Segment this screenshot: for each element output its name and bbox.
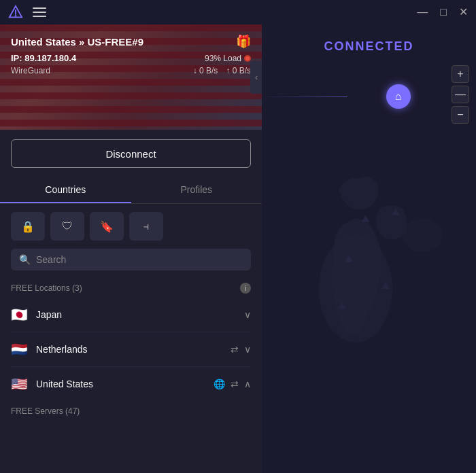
- disconnect-area: Disconnect: [0, 130, 262, 177]
- close-button[interactable]: ✕: [459, 7, 468, 18]
- svg-marker-6: [362, 215, 370, 222]
- us-actions: 🌐 ⇄ ∧: [214, 379, 251, 389]
- country-row-netherlands[interactable]: 🇳🇱 Netherlands ⇄ ∨: [11, 332, 251, 367]
- country-row-japan[interactable]: 🇯🇵 Japan ∨: [11, 298, 251, 332]
- title-bar-right: — □ ✕: [417, 7, 468, 18]
- title-bar-left: [8, 5, 46, 20]
- netherlands-flag-icon: 🇳🇱: [11, 341, 28, 357]
- upload-speed: ↑ 0 B/s: [226, 66, 251, 75]
- skip-icon: ⊣: [143, 222, 149, 232]
- netherlands-chevron-icon[interactable]: ∨: [244, 344, 251, 355]
- us-flag-icon: 🇺🇸: [11, 376, 28, 392]
- server-name-row: United States » US-FREE#9 🎁: [11, 34, 251, 49]
- zoom-in-button[interactable]: +: [452, 65, 469, 83]
- search-icon: 🔍: [19, 254, 31, 265]
- free-locations-header: FREE Locations (3) i: [11, 277, 251, 298]
- free-servers-footer: FREE Servers (47): [11, 401, 251, 420]
- load-indicator: [244, 55, 251, 62]
- zoom-out-minus-button[interactable]: —: [452, 86, 469, 103]
- filter-bookmark-button[interactable]: 🔖: [90, 212, 124, 241]
- protocol-label: WireGuard: [11, 66, 50, 75]
- disconnect-button[interactable]: Disconnect: [11, 139, 251, 168]
- us-globe-icon[interactable]: 🌐: [214, 379, 225, 389]
- tab-profiles[interactable]: Profiles: [131, 177, 262, 203]
- us-chevron-icon[interactable]: ∧: [244, 379, 251, 389]
- flag-header: United States » US-FREE#9 🎁 IP: 89.187.1…: [0, 24, 262, 130]
- download-speed-value: ↓ 0 B/s: [193, 66, 218, 75]
- free-servers-label: FREE Servers (47): [11, 406, 80, 416]
- maximize-button[interactable]: □: [440, 7, 447, 18]
- us-name: United States: [36, 379, 214, 389]
- netherlands-actions: ⇄ ∨: [231, 344, 251, 355]
- japan-actions: ∨: [244, 309, 251, 320]
- search-input-wrap: 🔍: [11, 249, 251, 270]
- main-content: United States » US-FREE#9 🎁 IP: 89.187.1…: [0, 24, 476, 473]
- upload-speed-value: ↑ 0 B/s: [226, 66, 251, 75]
- japan-chevron-icon[interactable]: ∨: [244, 309, 251, 320]
- filter-skip-button[interactable]: ⊣: [129, 212, 163, 241]
- ip-address: IP: 89.187.180.4: [11, 53, 76, 63]
- server-name: United States » US-FREE#9: [11, 36, 143, 48]
- zoom-out-dash-icon: —: [455, 89, 466, 100]
- filter-lock-button[interactable]: 🔒: [11, 212, 45, 241]
- title-bar: — □ ✕: [0, 0, 476, 24]
- svg-point-4: [403, 219, 443, 252]
- lock-icon: 🔒: [21, 220, 35, 233]
- server-list: FREE Locations (3) i 🇯🇵 Japan ∨ 🇳🇱 Nethe…: [0, 277, 262, 473]
- connected-label: CONNECTED: [324, 39, 413, 54]
- flag-content: United States » US-FREE#9 🎁 IP: 89.187.1…: [0, 24, 262, 82]
- filter-row: 🔒 🛡 🔖 ⊣: [0, 204, 262, 249]
- collapse-panel-button[interactable]: ‹: [250, 61, 262, 94]
- tabs-row: Countries Profiles: [0, 177, 262, 204]
- map-background: [262, 24, 476, 473]
- zoom-out-button[interactable]: −: [452, 106, 469, 124]
- download-speed: ↓ 0 B/s: [193, 66, 218, 75]
- tab-countries[interactable]: Countries: [0, 177, 131, 203]
- app-logo-icon: [8, 5, 23, 20]
- netherlands-refresh-icon[interactable]: ⇄: [231, 344, 239, 355]
- filter-shield-button[interactable]: 🛡: [50, 212, 84, 241]
- japan-flag-icon: 🇯🇵: [11, 306, 28, 323]
- home-pin: ⌂: [386, 84, 411, 109]
- shield-icon: 🛡: [62, 220, 73, 232]
- bookmark-icon: 🔖: [100, 220, 114, 233]
- gift-icon[interactable]: 🎁: [236, 34, 251, 49]
- netherlands-name: Netherlands: [36, 344, 231, 355]
- menu-icon[interactable]: [33, 7, 46, 17]
- info-icon[interactable]: i: [240, 283, 251, 294]
- load-row: 93% Load: [205, 54, 251, 63]
- protocol-row: WireGuard ↓ 0 B/s ↑ 0 B/s: [11, 66, 251, 75]
- left-panel: United States » US-FREE#9 🎁 IP: 89.187.1…: [0, 24, 262, 473]
- japan-name: Japan: [36, 309, 244, 320]
- minimize-button[interactable]: —: [417, 7, 428, 18]
- svg-point-2: [15, 15, 17, 17]
- map-controls: + — −: [452, 65, 469, 124]
- right-panel: CONNECTED ⌂ + — −: [262, 24, 476, 473]
- free-locations-label: FREE Locations (3): [11, 283, 82, 293]
- connection-line: [262, 97, 347, 97]
- search-input[interactable]: [36, 254, 243, 265]
- search-row: 🔍: [0, 249, 262, 277]
- load-text: 93% Load: [205, 54, 241, 63]
- us-refresh-icon[interactable]: ⇄: [231, 379, 239, 389]
- speed-info: ↓ 0 B/s ↑ 0 B/s: [193, 66, 251, 75]
- ip-row: IP: 89.187.180.4 93% Load: [11, 53, 251, 63]
- country-row-us[interactable]: 🇺🇸 United States 🌐 ⇄ ∧: [11, 367, 251, 401]
